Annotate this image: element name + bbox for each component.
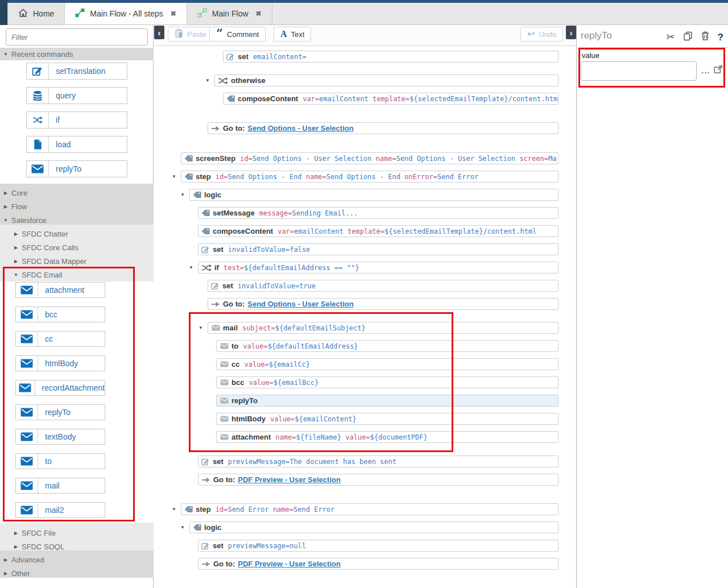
node-command: set — [213, 457, 224, 466]
section-sfdc-file[interactable]: ▶SFDC File — [0, 526, 154, 540]
text-label: Text — [291, 30, 305, 39]
flow-node-attachment[interactable]: attachmentname=${fileName} value=${docum… — [216, 431, 559, 443]
flow-node-goto[interactable]: Go to:PDF Preview - User Selection — [198, 474, 559, 486]
tab-home[interactable]: Home — [7, 3, 65, 24]
section-advanced[interactable]: ▶Advanced — [0, 553, 154, 566]
delete-icon[interactable] — [701, 31, 710, 43]
collapse-toggle-icon[interactable]: ▼ — [180, 525, 185, 530]
envelope-icon — [220, 361, 229, 367]
chevron-down-icon: ▼ — [0, 52, 11, 57]
command-setTranslation[interactable]: setTranslation — [26, 63, 127, 80]
text-button[interactable]: A Text — [274, 27, 311, 42]
value-input[interactable] — [581, 61, 697, 81]
node-command: Go to: — [223, 124, 245, 132]
collapse-toggle-icon[interactable]: ▼ — [172, 507, 176, 512]
flow-node-mail[interactable]: mailsubject=${defaultEmailSubject} — [208, 322, 559, 334]
collapse-toggle-icon[interactable]: ▼ — [205, 78, 210, 83]
command-email-mail[interactable]: mail — [15, 478, 105, 494]
help-icon[interactable]: ? — [718, 32, 723, 42]
tab-main-flow[interactable]: Main Flow ✖ — [187, 3, 272, 24]
paste-button[interactable]: Paste — [168, 27, 213, 42]
flow-node-screenstep[interactable]: screenStepid=Send Options - User Selecti… — [181, 152, 559, 164]
tag-icon — [184, 506, 193, 513]
goto-link[interactable]: PDF Preview - User Selection — [238, 560, 341, 568]
command-email-recordAttachment[interactable]: recordAttachment — [15, 380, 105, 396]
section-sfdc-email[interactable]: ▼SFDC Email — [0, 268, 154, 281]
undo-button[interactable]: ↩ Undo — [520, 27, 563, 42]
section-core[interactable]: ▶Core — [0, 186, 154, 200]
flow-node-logic[interactable]: logic — [189, 521, 559, 533]
flow-node-to[interactable]: tovalue=${defaultEmailAddress} — [216, 340, 559, 352]
flow-node-bcc[interactable]: bccvalue=${emailBcc} — [216, 376, 559, 388]
flow-node-set[interactable]: setpreviewMessage=The document has been … — [198, 456, 559, 467]
collapse-toggle-icon[interactable]: ▼ — [198, 325, 203, 330]
section-recent-commands[interactable]: ▼ Recent commands — [0, 48, 154, 60]
flow-node-cc[interactable]: ccvalue=${emailCc} — [216, 358, 559, 370]
chevron-right-icon: ▶ — [0, 191, 11, 196]
filter-input[interactable] — [6, 28, 148, 45]
command-query[interactable]: query — [26, 87, 127, 104]
flow-node-step[interactable]: stepid=Send Options - End name=Send Opti… — [181, 171, 559, 183]
flow-node-replyto[interactable]: replyTo — [216, 395, 559, 407]
flow-node-composecontent[interactable]: composeContentvar=emailContent template=… — [223, 93, 559, 105]
flow-node-set[interactable]: setinvalidToValue=true — [208, 280, 559, 292]
chevron-right-icon: ▶ — [10, 231, 22, 237]
flow-node-otherwise[interactable]: otherwise — [214, 74, 559, 86]
flow-node-composecontent[interactable]: composeContentvar=emailContent template=… — [198, 225, 559, 237]
collapse-toggle-icon[interactable]: ▼ — [172, 174, 176, 179]
section-sfdc-data-mapper[interactable]: ▶SFDC Data Mapper — [0, 254, 154, 268]
flow-node-goto[interactable]: Go to:Send Options - User Selection — [208, 298, 559, 310]
chevron-right-icon: ▶ — [0, 557, 11, 562]
section-flow[interactable]: ▶Flow — [0, 200, 154, 213]
command-label: cc — [38, 332, 53, 346]
collapse-right-panel-button[interactable]: › — [566, 26, 576, 39]
collapse-toggle-icon[interactable]: ▼ — [180, 192, 185, 197]
command-if[interactable]: if — [26, 111, 127, 129]
close-icon[interactable]: ✖ — [171, 10, 176, 18]
command-email-mail2[interactable]: mail2 — [15, 502, 105, 518]
node-attributes: message=Sending Email... — [259, 209, 358, 217]
collapse-toggle-icon[interactable]: ▼ — [189, 265, 193, 270]
command-email-textBody[interactable]: textBody — [15, 429, 105, 445]
command-replyTo[interactable]: replyTo — [26, 160, 127, 177]
section-sfdc-chatter[interactable]: ▶SFDC Chatter — [0, 227, 154, 241]
set-icon — [201, 246, 210, 254]
command-email-replyTo[interactable]: replyTo — [15, 404, 105, 420]
flow-node-if[interactable]: iftest=${defaultEmailAddress == ""} — [198, 262, 559, 274]
node-attributes: value=${emailCc} — [244, 361, 310, 368]
flow-node-goto[interactable]: Go to:PDF Preview - User Selection — [198, 558, 559, 570]
flow-node-step[interactable]: stepid=Send Error name=Send Error — [181, 503, 559, 515]
command-email-attachment[interactable]: attachment — [15, 282, 105, 298]
goto-link[interactable]: PDF Preview - User Selection — [238, 475, 341, 484]
cut-icon[interactable]: ✂ — [667, 32, 675, 42]
external-link-icon[interactable] — [713, 64, 723, 77]
close-icon[interactable]: ✖ — [256, 10, 262, 18]
flow-node-set[interactable]: setemailContent= — [223, 51, 559, 63]
tag-icon — [193, 524, 201, 531]
tab-main-flow-all-steps[interactable]: Main Flow - All steps ✖ — [65, 3, 187, 24]
command-email-htmlBody[interactable]: htmlBody — [15, 355, 105, 371]
goto-link[interactable]: Send Options - User Selection — [247, 300, 353, 308]
flow-node-goto[interactable]: Go to:Send Options - User Selection — [208, 122, 559, 134]
flow-node-set[interactable]: setpreviewMessage=null — [198, 540, 559, 552]
command-email-to[interactable]: to — [15, 453, 105, 469]
comment-button[interactable]: “ Comment — [209, 27, 266, 42]
command-email-cc[interactable]: cc — [15, 331, 105, 347]
home-icon — [18, 9, 28, 19]
flow-node-setmessage[interactable]: setMessagemessage=Sending Email... — [198, 207, 559, 219]
properties-panel: replyTo ✂ ? value ... — [576, 25, 728, 588]
flow-canvas[interactable]: setemailContent=otherwise▼composeContent… — [154, 46, 576, 588]
envelope-icon — [16, 283, 38, 297]
command-email-bcc[interactable]: bcc — [15, 307, 105, 322]
flow-node-set[interactable]: setinvalidToValue=false — [198, 243, 559, 255]
goto-link[interactable]: Send Options - User Selection — [247, 124, 353, 132]
tag-icon — [184, 155, 193, 162]
section-sfdc-core-calls[interactable]: ▶SFDC Core Calls — [0, 241, 154, 254]
flow-node-htmlbody[interactable]: htmlBodyvalue=${emailContent} — [216, 413, 559, 425]
copy-icon[interactable] — [683, 31, 693, 43]
section-other[interactable]: ▶Other — [0, 566, 154, 580]
flow-node-logic[interactable]: logic — [189, 189, 559, 201]
command-load[interactable]: load — [26, 136, 127, 153]
ellipsis-button[interactable]: ... — [701, 65, 710, 75]
collapse-left-panel-button[interactable]: ‹ — [154, 26, 164, 39]
